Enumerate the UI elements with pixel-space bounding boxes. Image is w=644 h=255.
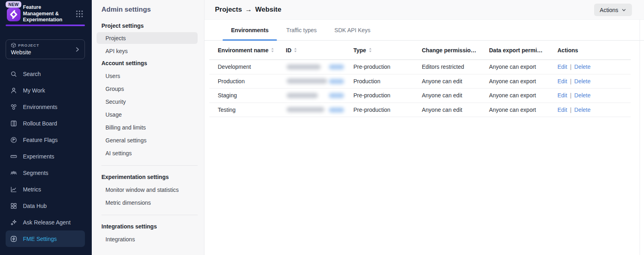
settings-item-metric-dimensions[interactable]: Metric dimensions <box>97 196 198 209</box>
product-name: Feature Management & Experimentation <box>23 4 72 23</box>
settings-item-groups[interactable]: Groups <box>97 82 198 95</box>
tab-environments[interactable]: Environments <box>223 20 277 40</box>
page-header: Projects → Website Actions <box>204 0 644 20</box>
nav-divider <box>101 165 198 166</box>
link-separator: | <box>570 92 572 99</box>
product-sidebar: NEW Feature Management & Experimentation <box>0 0 92 255</box>
admin-settings-title: Admin settings <box>101 6 198 14</box>
edit-link[interactable]: Edit <box>557 78 567 84</box>
column-header-type[interactable]: Type <box>353 47 422 53</box>
breadcrumb-parent[interactable]: Projects <box>215 6 242 14</box>
redacted-id-blur <box>287 107 324 112</box>
cell-type: Production <box>353 78 422 84</box>
admin-settings-nav: Admin settings Project settings Projects… <box>92 0 204 255</box>
sidebar-item-my-work[interactable]: My Work <box>6 82 85 99</box>
scrollbar-track[interactable] <box>640 20 640 255</box>
redacted-id-blur <box>287 93 318 98</box>
table-row: Production Production Anyone can edit An… <box>209 74 631 89</box>
sidebar-item-label: Experiments <box>23 153 54 160</box>
sidebar-item-experiments[interactable]: Experiments <box>6 148 85 165</box>
sidebar-item-fme-settings[interactable]: FME Settings <box>6 230 85 247</box>
cell-data-export-permissions: Anyone can export <box>489 107 557 113</box>
settings-item-projects[interactable]: Projects <box>97 32 198 44</box>
chevron-down-icon <box>621 8 626 12</box>
cell-environment-name: Staging <box>218 92 286 99</box>
tab-sdk-api-keys[interactable]: SDK API Keys <box>326 20 379 40</box>
edit-link[interactable]: Edit <box>557 92 567 99</box>
sidebar-item-label: FME Settings <box>23 236 57 242</box>
cube-icon <box>11 43 16 48</box>
settings-item-security[interactable]: Security <box>97 95 198 108</box>
cell-actions: Edit | Delete <box>557 107 631 113</box>
sidebar-item-search[interactable]: Search <box>6 66 85 82</box>
delete-link[interactable]: Delete <box>574 107 590 113</box>
cell-type: Pre-production <box>353 64 422 70</box>
settings-item-usage[interactable]: Usage <box>97 108 198 121</box>
table-row: Testing Pre-production Anyone can edit A… <box>209 103 631 117</box>
redacted-copy-link-blur <box>329 93 344 98</box>
sidebar-item-segments[interactable]: Segments <box>6 165 85 181</box>
sort-icon[interactable] <box>271 48 274 52</box>
sidebar-item-ask-release-agent[interactable]: Ask Release Agent <box>6 214 85 230</box>
project-label: PROJECT <box>18 43 39 47</box>
settings-item-billing-and-limits[interactable]: Billing and limits <box>97 121 198 134</box>
sort-icon[interactable] <box>369 48 372 52</box>
cell-id-redacted <box>286 74 353 88</box>
cell-change-permissions: Editors restricted <box>422 64 489 70</box>
redacted-copy-link-blur <box>329 64 344 70</box>
delete-link[interactable]: Delete <box>574 92 590 99</box>
sidebar-item-environments[interactable]: Environments <box>6 99 85 115</box>
sidebar-item-data-hub[interactable]: Data Hub <box>6 197 85 214</box>
sidebar-item-label: Metrics <box>23 186 41 193</box>
main-content: Projects → Website Actions Environments … <box>204 0 644 255</box>
sidebar-item-metrics[interactable]: Metrics <box>6 181 85 197</box>
link-separator: | <box>570 107 572 113</box>
cell-type: Pre-production <box>353 92 422 99</box>
search-icon <box>10 70 18 78</box>
table-row: Development Pre-production Editors restr… <box>209 60 631 74</box>
sidebar-item-label: Search <box>23 71 41 77</box>
board-icon <box>10 119 18 128</box>
settings-item-monitor-window[interactable]: Monitor window and statistics <box>97 183 198 196</box>
cell-environment-name: Development <box>218 64 286 70</box>
sort-icon[interactable] <box>294 48 297 52</box>
section-heading-account-settings: Account settings <box>101 60 198 66</box>
cell-id-redacted <box>286 103 353 117</box>
sidebar-item-label: Data Hub <box>23 203 47 209</box>
settings-item-api-keys[interactable]: API keys <box>97 45 198 58</box>
settings-item-users[interactable]: Users <box>97 70 198 82</box>
settings-item-integrations[interactable]: Integrations <box>97 233 198 246</box>
actions-button-label: Actions <box>600 7 618 13</box>
project-selector[interactable]: PROJECT Website <box>6 39 85 59</box>
edit-link[interactable]: Edit <box>557 64 567 70</box>
sidebar-item-label: Ask Release Agent <box>23 219 70 226</box>
nav-divider <box>101 215 198 215</box>
sidebar-item-feature-flags[interactable]: Feature Flags <box>6 132 85 148</box>
cell-type: Pre-production <box>353 107 422 113</box>
tab-bar: Environments Traffic types SDK API Keys <box>204 20 644 41</box>
actions-button[interactable]: Actions <box>594 4 632 16</box>
redacted-copy-link-blur <box>329 79 344 84</box>
column-header-id[interactable]: ID <box>286 47 353 53</box>
column-header-actions: Actions <box>557 47 631 53</box>
sidebar-item-rollout-board[interactable]: Rollout Board <box>6 115 85 132</box>
grid-squares-icon <box>10 202 18 210</box>
breadcrumb-arrow-icon: → <box>245 6 252 14</box>
edit-link[interactable]: Edit <box>557 107 567 113</box>
project-name: Website <box>11 49 80 56</box>
tab-traffic-types[interactable]: Traffic types <box>278 20 325 40</box>
flag-circle-icon <box>10 136 18 144</box>
column-label: Type <box>353 47 366 53</box>
environments-table: Environment name ID Type Change permissi… <box>209 41 631 117</box>
sidebar-item-label: Environments <box>23 104 58 110</box>
sparkles-icon <box>10 218 18 226</box>
delete-link[interactable]: Delete <box>574 64 590 70</box>
column-label: Data export permi… <box>489 47 543 53</box>
split-logo <box>6 7 21 22</box>
settings-item-ai-settings[interactable]: AI settings <box>97 147 198 160</box>
column-header-environment-name[interactable]: Environment name <box>218 47 286 53</box>
redacted-id-blur <box>287 64 321 70</box>
apps-grid-icon[interactable] <box>76 10 83 18</box>
delete-link[interactable]: Delete <box>574 78 590 84</box>
settings-item-general-settings[interactable]: General settings <box>97 134 198 147</box>
